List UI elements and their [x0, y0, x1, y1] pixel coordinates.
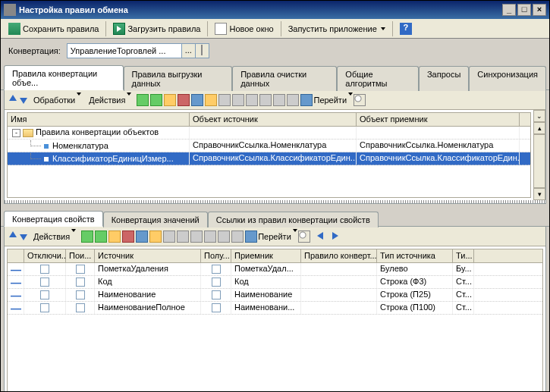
lower-col-header[interactable]: Источник — [95, 249, 201, 262]
disable-checkbox[interactable] — [40, 278, 49, 287]
lower-btn-2[interactable] — [95, 230, 107, 243]
lower-btn-5[interactable] — [136, 230, 148, 243]
lower-grid-row[interactable]: —ПометкаУдаленияПометкаУдал...БулевоБу..… — [8, 263, 542, 276]
toolbar-btn-9[interactable] — [246, 94, 258, 106]
maximize-button[interactable]: □ — [517, 4, 531, 16]
lower-btn-13[interactable] — [245, 230, 257, 243]
run-app-button[interactable]: Запустить приложение — [284, 22, 390, 36]
new-window-button[interactable]: Новое окно — [210, 20, 278, 37]
receive-checkbox[interactable] — [212, 265, 221, 274]
bottom-tab-2[interactable]: Ссылки из правил конвертации свойств — [208, 212, 379, 227]
lower-grid-row[interactable]: —КодКодСтрока (Ф3)Ст... — [8, 276, 542, 289]
cell-name: КлассификаторЕдиницИзмер... — [8, 152, 190, 165]
toolbar-btn-1[interactable] — [137, 94, 149, 106]
lower-grid-row[interactable]: —НаименованиеПолноеНаименовани...Строка … — [8, 302, 542, 315]
lower-col-header[interactable]: Приемник — [231, 249, 301, 262]
conversion-input[interactable] — [68, 44, 181, 58]
help-button[interactable]: ? — [395, 20, 416, 37]
toolbar-btn-12[interactable] — [287, 94, 299, 106]
toolbar-btn-13[interactable] — [300, 94, 313, 106]
run-app-label: Запустить приложение — [288, 24, 377, 33]
lower-col-header[interactable]: Отключи... — [24, 249, 66, 262]
top-tab-5[interactable]: Синхронизация — [469, 66, 546, 91]
lower-btn-6[interactable] — [149, 230, 162, 243]
handlers-menu[interactable]: Обработки — [33, 96, 81, 105]
load-rules-button[interactable]: Загрузить правила — [108, 20, 205, 37]
lower-col-header[interactable]: Тип источника — [377, 249, 453, 262]
scroll-caret-button[interactable]: ⌄ — [533, 110, 545, 122]
receive-checkbox[interactable] — [212, 278, 221, 287]
nav-prev-button[interactable] — [317, 232, 328, 241]
lower-btn-8[interactable] — [177, 230, 189, 243]
minimize-button[interactable]: _ — [502, 4, 516, 16]
top-tab-0[interactable]: Правила конвертации объе... — [4, 65, 124, 90]
conversion-open-button[interactable] — [195, 44, 209, 58]
top-tab-2[interactable]: Правила очистки данных — [232, 66, 337, 91]
lower-btn-4[interactable] — [122, 230, 134, 243]
lower-col-header[interactable]: Пои... — [66, 249, 95, 262]
search-checkbox[interactable] — [76, 303, 85, 312]
lower-goto-menu[interactable]: Перейти — [258, 232, 297, 241]
lower-btn-10[interactable] — [204, 230, 216, 243]
toolbar-btn-7[interactable] — [218, 94, 231, 106]
upper-grid-row[interactable]: НоменклатураСправочникСсылка.Номенклатур… — [8, 140, 530, 152]
lower-btn-9[interactable] — [190, 230, 203, 243]
bottom-tab-1[interactable]: Конвертация значений — [103, 212, 208, 227]
conversion-ellipsis-button[interactable]: ... — [181, 44, 195, 58]
move-down-button[interactable] — [20, 95, 27, 105]
actions-menu[interactable]: Действия — [89, 96, 131, 105]
upper-grid-row[interactable]: -Правила конвертации объектов — [8, 127, 530, 140]
lower-btn-3[interactable] — [108, 230, 121, 243]
split-handle[interactable] — [5, 200, 545, 203]
save-rules-button[interactable]: Сохранить правила — [4, 20, 103, 37]
lower-grid-row[interactable]: —НаименованиеНаименованиеСтрока (П25)Ст.… — [8, 289, 542, 302]
lower-btn-12[interactable] — [231, 230, 244, 243]
disable-checkbox[interactable] — [40, 290, 49, 299]
toolbar-btn-11[interactable] — [273, 94, 285, 106]
toolbar-btn-5[interactable] — [191, 94, 203, 106]
toolbar-find-button[interactable] — [354, 94, 366, 106]
close-button[interactable]: × — [533, 4, 546, 16]
lower-col-header[interactable] — [8, 249, 24, 262]
toolbar-btn-6[interactable] — [205, 94, 217, 106]
lower-col-header[interactable]: Полу... — [201, 249, 231, 262]
lower-col-header[interactable]: Ти... — [453, 249, 474, 262]
lower-move-up-button[interactable] — [9, 231, 17, 242]
search-checkbox[interactable] — [76, 265, 85, 274]
lower-btn-1[interactable] — [81, 230, 93, 243]
top-tab-3[interactable]: Общие алгоритмы — [337, 66, 419, 91]
search-checkbox[interactable] — [76, 290, 85, 299]
toolbar-btn-2[interactable] — [150, 94, 162, 106]
move-up-button[interactable] — [9, 95, 17, 105]
search-checkbox[interactable] — [76, 278, 85, 287]
lower-col-header[interactable]: Правило конверт... — [301, 249, 377, 262]
upper-col-header[interactable]: Объект источник — [190, 113, 357, 126]
upper-col-header[interactable]: Объект приемник — [357, 113, 520, 126]
disable-checkbox[interactable] — [40, 265, 49, 274]
cell-name: Номенклатура — [8, 140, 190, 152]
upper-grid-row[interactable]: КлассификаторЕдиницИзмер...СправочникСсы… — [8, 152, 530, 165]
receive-checkbox[interactable] — [212, 290, 221, 299]
top-tab-4[interactable]: Запросы — [419, 66, 469, 91]
upper-col-header[interactable]: Имя — [8, 113, 190, 126]
scroll-down-button[interactable]: ▾ — [533, 188, 545, 200]
receive-checkbox[interactable] — [212, 303, 221, 312]
tree-toggle[interactable]: - — [12, 129, 20, 137]
disable-checkbox[interactable] — [40, 303, 49, 312]
upper-scrollbar[interactable]: ⌄ ▴ ▾ — [533, 110, 545, 200]
toolbar-btn-10[interactable] — [259, 94, 272, 106]
lower-btn-7[interactable] — [163, 230, 175, 243]
scroll-up-button[interactable]: ▴ — [533, 122, 545, 134]
lower-cell-0: — — [8, 302, 24, 314]
lower-find-button[interactable] — [298, 230, 310, 243]
lower-move-down-button[interactable] — [20, 231, 27, 242]
nav-next-button[interactable] — [332, 232, 343, 241]
top-tab-1[interactable]: Правила выгрузки данных — [124, 66, 233, 91]
lower-btn-11[interactable] — [218, 230, 230, 243]
lower-actions-menu[interactable]: Действия — [33, 232, 76, 241]
toolbar-btn-3[interactable] — [164, 94, 176, 106]
goto-menu[interactable]: Перейти — [313, 96, 353, 105]
toolbar-btn-8[interactable] — [232, 94, 244, 106]
bottom-tab-0[interactable]: Конвертация свойств — [4, 211, 103, 227]
toolbar-btn-4[interactable] — [178, 94, 190, 106]
